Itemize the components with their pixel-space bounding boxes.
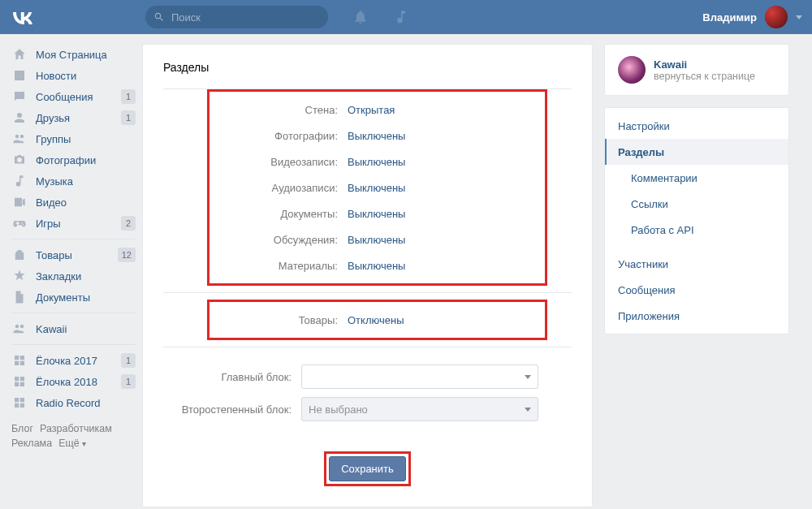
vk-logo[interactable] (10, 10, 36, 24)
nav-label: Документы (36, 291, 90, 304)
docs-icon (11, 289, 28, 305)
notifications-icon[interactable] (352, 9, 369, 25)
nav-item[interactable]: Документы (11, 287, 142, 308)
setting-label: Видеозаписи: (209, 156, 348, 168)
friends-icon (11, 110, 28, 126)
nav-label: Закладки (36, 270, 81, 283)
right-nav-item[interactable]: Работа с API (605, 217, 788, 243)
search-input[interactable] (171, 11, 320, 24)
app-icon (11, 373, 28, 390)
setting-label: Товары: (209, 314, 348, 326)
nav-item[interactable]: Radio Record (11, 392, 142, 413)
chevron-down-icon (525, 375, 531, 379)
search-icon (153, 11, 165, 23)
right-nav-item[interactable]: Участники (605, 251, 788, 277)
market-icon (11, 247, 28, 263)
setting-value[interactable]: Выключены (348, 234, 405, 246)
nav-label: Товары (36, 249, 72, 261)
groups-icon (11, 131, 28, 147)
photos-icon (11, 152, 28, 168)
nav-badge: 1 (121, 110, 136, 125)
setting-label: Материалы: (209, 260, 348, 272)
sections-block-2: Товары:Отключены (207, 300, 547, 340)
setting-label: Документы: (209, 208, 348, 220)
group-info[interactable]: Kawaii вернуться к странице (618, 56, 775, 84)
setting-label: Аудиозаписи: (209, 182, 348, 194)
setting-value[interactable]: Выключены (348, 130, 405, 142)
secondary-block-select[interactable]: Не выбрано (301, 397, 538, 421)
right-nav-item[interactable]: Настройки (605, 113, 788, 139)
nav-item[interactable]: Ёлочка 20171 (11, 350, 142, 371)
setting-value[interactable]: Выключены (348, 156, 405, 168)
nav-label: Группы (36, 133, 71, 145)
nav-item[interactable]: Kawaii (11, 318, 142, 339)
save-button[interactable]: Сохранить (329, 456, 406, 481)
setting-value[interactable]: Выключены (348, 182, 405, 194)
nav-label: Моя Страница (36, 49, 107, 61)
setting-value[interactable]: Выключены (348, 260, 405, 272)
secondary-block-label: Второстепенный блок: (163, 403, 301, 416)
save-highlight: Сохранить (324, 451, 411, 486)
nav-item[interactable]: Закладки (11, 265, 142, 287)
search-box[interactable] (145, 6, 328, 28)
nav-label: Фотографии (36, 154, 96, 166)
setting-label: Стена: (209, 104, 348, 116)
games-icon (11, 215, 28, 231)
nav-badge: 12 (118, 248, 136, 262)
nav-badge: 1 (121, 353, 136, 368)
nav-badge: 1 (121, 89, 136, 104)
home-icon (11, 46, 28, 63)
sections-block-1: Стена:ОткрытаяФотографии:ВыключеныВидеоз… (207, 89, 547, 286)
nav-badge: 2 (121, 216, 136, 231)
nav-item[interactable]: Друзья1 (11, 107, 142, 128)
main-block-select[interactable] (301, 364, 538, 389)
nav-item[interactable]: Сообщения1 (11, 86, 142, 107)
nav-item[interactable]: Товары12 (11, 244, 142, 265)
nav-label: Ёлочка 2018 (36, 376, 97, 388)
nav-item[interactable]: Ёлочка 20181 (11, 371, 142, 392)
messages-icon (11, 88, 28, 105)
nav-item[interactable]: Фотографии (11, 149, 142, 170)
nav-item[interactable]: Игры2 (11, 213, 142, 234)
right-nav-item[interactable]: Разделы (605, 139, 788, 165)
music-icon[interactable] (393, 9, 409, 25)
header-user[interactable]: Владимир (702, 6, 802, 28)
nav-label: Сообщения (36, 91, 93, 103)
video-icon (11, 194, 28, 210)
right-nav-item[interactable]: Сообщения (605, 277, 788, 303)
username: Владимир (702, 11, 757, 24)
chevron-down-icon (525, 408, 531, 412)
nav-label: Музыка (36, 175, 73, 188)
nav-label: Видео (36, 196, 67, 209)
nav-label: Игры (36, 218, 61, 230)
setting-value[interactable]: Открытая (348, 104, 395, 116)
nav-label: Ёлочка 2017 (36, 355, 97, 367)
main-block-label: Главный блок: (163, 371, 301, 383)
bookmark-icon (11, 268, 28, 284)
setting-label: Обсуждения: (209, 234, 348, 246)
right-nav-item[interactable]: Комментарии (605, 165, 788, 191)
setting-value[interactable]: Отключены (348, 314, 404, 326)
page-title: Разделы (163, 61, 572, 89)
nav-item[interactable]: Моя Страница (11, 44, 142, 65)
music-icon (11, 173, 28, 189)
nav-item[interactable]: Видео (11, 192, 142, 213)
group-subtitle: вернуться к странице (654, 71, 755, 82)
app-icon (11, 395, 28, 411)
nav-item[interactable]: Группы (11, 128, 142, 149)
nav-label: Kawaii (36, 323, 67, 335)
nav-item[interactable]: Музыка (11, 170, 142, 192)
right-nav-item[interactable]: Ссылки (605, 191, 788, 217)
app-icon (11, 352, 28, 369)
nav-label: Новости (36, 70, 76, 82)
setting-label: Фотографии: (209, 130, 348, 142)
footer-links: БлогРазработчикамРекламаЕщё ▾ (11, 421, 142, 451)
group-avatar (618, 56, 646, 84)
nav-label: Друзья (36, 112, 70, 124)
setting-value[interactable]: Выключены (348, 208, 405, 220)
chevron-down-icon (796, 15, 802, 19)
groups-icon (11, 321, 28, 337)
nav-item[interactable]: Новости (11, 65, 142, 86)
right-nav-item[interactable]: Приложения (605, 303, 788, 329)
group-name: Kawaii (654, 58, 755, 71)
